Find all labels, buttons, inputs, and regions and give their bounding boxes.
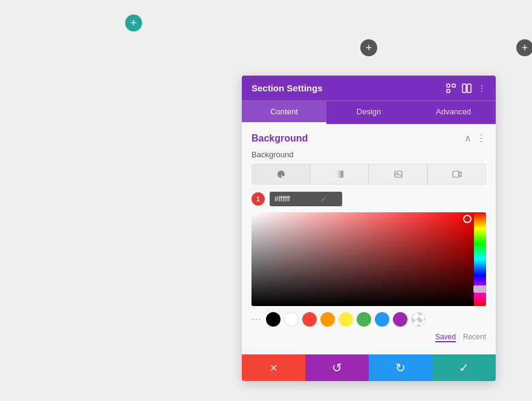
color-confirm-icon[interactable]: ✓ [320, 194, 328, 204]
svg-point-10 [396, 172, 397, 174]
cancel-icon: ✕ [270, 362, 277, 374]
undo-button[interactable]: ↺ [305, 354, 369, 381]
color-hex-input[interactable] [274, 195, 317, 203]
svg-rect-4 [467, 84, 471, 93]
redo-icon: ↻ [395, 360, 406, 375]
bg-type-video-button[interactable] [427, 164, 486, 184]
swatch-black[interactable] [266, 312, 281, 327]
swatch-white[interactable] [284, 312, 299, 327]
cancel-button[interactable]: ✕ [242, 354, 305, 381]
swatch-yellow[interactable] [339, 312, 353, 327]
color-gradient-area[interactable] [251, 212, 486, 306]
hue-slider[interactable] [474, 212, 486, 306]
add-section-button-teal[interactable]: + [125, 15, 142, 31]
section-header-controls: ∧ ⋮ [464, 132, 486, 144]
bg-type-gradient-button[interactable] [310, 164, 369, 184]
background-type-buttons [242, 164, 496, 192]
color-swatches-row: ··· [251, 312, 486, 333]
swatch-red[interactable] [302, 312, 317, 327]
swatch-blue[interactable] [375, 312, 389, 327]
tab-advanced[interactable]: Advanced [411, 101, 496, 124]
color-gradient-canvas[interactable] [251, 212, 474, 306]
panel-tabs: Content Design Advanced [242, 100, 496, 124]
svg-point-6 [280, 172, 281, 173]
saved-recent-tabs: Saved Recent [251, 333, 486, 347]
swatch-purple[interactable] [393, 312, 407, 327]
swatch-orange[interactable] [320, 312, 335, 327]
svg-rect-1 [452, 84, 455, 87]
panel-body: Background ∧ ⋮ Background [242, 124, 496, 354]
redo-button[interactable]: ↻ [369, 354, 432, 381]
color-hex-input-wrapper: ✓ [270, 192, 342, 206]
bg-type-image-button[interactable] [369, 164, 427, 184]
fullscreen-icon[interactable] [446, 83, 456, 93]
plus-icon: + [366, 42, 372, 53]
background-section-header: Background ∧ ⋮ [242, 124, 496, 150]
hue-thumb[interactable] [473, 285, 487, 293]
gradient-cursor [463, 215, 472, 223]
svg-point-7 [282, 172, 283, 174]
tab-content[interactable]: Content [242, 101, 326, 124]
svg-rect-11 [453, 171, 459, 177]
more-swatches-icon[interactable]: ··· [251, 314, 261, 325]
svg-rect-8 [336, 171, 343, 178]
split-view-icon[interactable] [462, 83, 472, 93]
svg-rect-3 [462, 84, 466, 93]
more-options-icon[interactable]: ⋮ [478, 83, 486, 93]
panel-header-icons: ⋮ [446, 83, 486, 93]
background-section-title: Background [251, 133, 308, 144]
panel-header: Section Settings ⋮ [242, 76, 496, 100]
swatch-green[interactable] [357, 312, 371, 327]
swatch-transparent[interactable] [411, 312, 426, 327]
plus-icon: + [522, 42, 528, 53]
svg-point-5 [279, 174, 280, 175]
saved-tab[interactable]: Saved [435, 333, 456, 342]
svg-rect-0 [447, 84, 450, 87]
add-section-button-dark-1[interactable]: + [360, 39, 377, 56]
add-section-button-dark-2[interactable]: + [516, 39, 532, 56]
bg-type-color-button[interactable] [251, 164, 310, 184]
panel-title: Section Settings [251, 83, 323, 93]
panel-footer: ✕ ↺ ↻ ✓ [242, 354, 496, 381]
tab-design[interactable]: Design [326, 101, 411, 124]
save-button[interactable]: ✓ [432, 354, 496, 381]
save-icon: ✓ [459, 360, 469, 375]
svg-rect-2 [447, 90, 450, 93]
section-settings-panel: Section Settings ⋮ Content Design Advanc… [242, 76, 496, 381]
section-more-icon[interactable]: ⋮ [476, 132, 486, 144]
plus-icon: + [131, 18, 137, 28]
undo-icon: ↺ [332, 360, 342, 375]
recent-tab[interactable]: Recent [463, 333, 486, 342]
color-picker-container: 1 ✓ ··· [242, 192, 496, 354]
color-hex-row: 1 ✓ [251, 192, 486, 206]
color-index-badge: 1 [251, 192, 265, 206]
collapse-icon[interactable]: ∧ [464, 132, 472, 144]
background-label: Background [242, 150, 496, 164]
